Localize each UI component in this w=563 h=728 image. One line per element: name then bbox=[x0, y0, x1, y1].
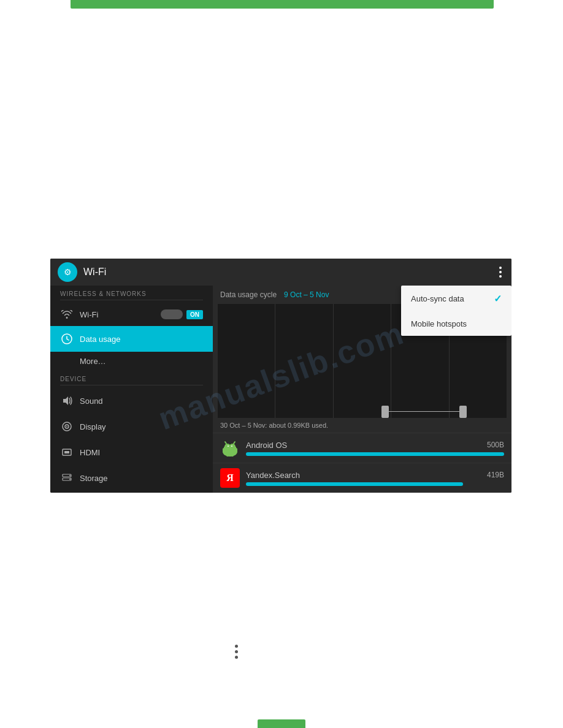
svg-rect-24 bbox=[235, 448, 237, 453]
yandex-search-bar bbox=[246, 482, 463, 486]
data-cycle-label: Data usage cycle bbox=[220, 290, 277, 299]
svg-rect-26 bbox=[231, 452, 234, 457]
top-green-bar bbox=[71, 0, 494, 9]
page-title: Wi-Fi bbox=[83, 267, 497, 278]
svg-line-22 bbox=[234, 442, 235, 444]
yandex-search-info: Yandex.Search 419B bbox=[246, 471, 504, 486]
chart-col-1 bbox=[218, 304, 275, 418]
storage-label: Storage bbox=[80, 474, 108, 483]
hdmi-label: HDMI bbox=[80, 448, 100, 457]
main-panel: Auto-sync data ✓ Mobile hotspots Data us… bbox=[213, 286, 511, 493]
sidebar-item-storage[interactable]: Storage bbox=[50, 465, 213, 491]
bottom-green-bar bbox=[258, 719, 305, 728]
android-os-bar bbox=[246, 452, 504, 456]
device-section-header: DEVICE bbox=[50, 371, 213, 385]
wifi-icon bbox=[60, 308, 74, 321]
dropdown-menu: Auto-sync data ✓ Mobile hotspots bbox=[401, 286, 511, 336]
svg-rect-23 bbox=[223, 448, 225, 453]
sound-icon bbox=[60, 394, 74, 408]
wifi-label: Wi-Fi bbox=[80, 310, 161, 319]
data-usage-label: Data usage bbox=[80, 335, 121, 344]
chart-col-2 bbox=[275, 304, 333, 418]
svg-point-4 bbox=[66, 426, 67, 427]
data-usage-icon bbox=[60, 332, 74, 346]
storage-icon bbox=[60, 471, 74, 485]
content-area: WIRELESS & NETWORKS Wi-Fi ON bbox=[50, 286, 511, 493]
yandex-search-name: Yandex.Search bbox=[246, 471, 300, 480]
hdmi-icon bbox=[60, 446, 74, 459]
standalone-more-options[interactable] bbox=[235, 645, 238, 659]
sidebar-item-hdmi[interactable]: HDMI bbox=[50, 439, 213, 465]
svg-point-10 bbox=[69, 479, 71, 480]
app-row-android[interactable]: Android OS 500B bbox=[213, 433, 511, 463]
settings-icon: ⚙ bbox=[58, 262, 77, 282]
chart-slider-line bbox=[385, 411, 463, 412]
svg-line-21 bbox=[225, 442, 226, 444]
app-row-yandex[interactable]: Я Yandex.Search 419B bbox=[213, 463, 511, 493]
wireless-section-header: WIRELESS & NETWORKS bbox=[50, 286, 213, 300]
mobile-hotspots-label: Mobile hotspots bbox=[411, 319, 467, 328]
svg-point-20 bbox=[231, 446, 232, 447]
dropdown-auto-sync[interactable]: Auto-sync data ✓ bbox=[401, 286, 511, 312]
android-os-size: 500B bbox=[487, 441, 504, 449]
device-divider bbox=[60, 385, 203, 385]
sound-label: Sound bbox=[80, 396, 103, 406]
data-cycle-dates: 9 Oct – 5 Nov bbox=[284, 290, 329, 299]
chart-slider-right[interactable] bbox=[459, 406, 467, 418]
app-list: Android OS 500B Я Yandex.Search 419 bbox=[213, 433, 511, 493]
auto-sync-checkmark: ✓ bbox=[494, 293, 502, 305]
display-label: Display bbox=[80, 422, 106, 431]
sidebar-item-sound[interactable]: Sound bbox=[50, 388, 213, 414]
wireless-divider bbox=[60, 300, 203, 300]
chart-col-3 bbox=[334, 304, 391, 418]
sidebar-item-more[interactable]: More… bbox=[50, 352, 213, 371]
android-os-icon bbox=[220, 438, 240, 458]
sidebar-item-data-usage[interactable]: Data usage bbox=[50, 326, 213, 352]
wifi-toggle-on[interactable]: ON bbox=[186, 310, 203, 319]
svg-rect-25 bbox=[226, 452, 229, 457]
title-bar-more-button[interactable] bbox=[497, 264, 504, 280]
settings-window: ⚙ Wi-Fi WIRELESS & NETWORKS bbox=[50, 259, 511, 493]
usage-info-text: 30 Oct – 5 Nov: about 0.99KB used. bbox=[213, 418, 511, 433]
svg-point-18 bbox=[229, 444, 236, 450]
sidebar-item-battery[interactable]: Battery bbox=[50, 491, 213, 493]
android-os-name: Android OS bbox=[246, 441, 287, 450]
yandex-search-size: 419B bbox=[487, 471, 504, 479]
dropdown-mobile-hotspots[interactable]: Mobile hotspots bbox=[401, 312, 511, 336]
android-os-info: Android OS 500B bbox=[246, 441, 504, 456]
sidebar-item-wifi[interactable]: Wi-Fi ON bbox=[50, 303, 213, 326]
svg-rect-6 bbox=[64, 451, 69, 453]
sidebar-item-display[interactable]: Display bbox=[50, 414, 213, 439]
auto-sync-label: Auto-sync data bbox=[411, 294, 464, 303]
svg-point-19 bbox=[228, 446, 229, 447]
svg-marker-1 bbox=[63, 396, 68, 405]
svg-point-9 bbox=[69, 475, 71, 476]
chart-slider-left[interactable] bbox=[381, 406, 389, 418]
sidebar: WIRELESS & NETWORKS Wi-Fi ON bbox=[50, 286, 213, 493]
display-icon bbox=[60, 420, 74, 433]
wifi-switch[interactable] bbox=[161, 309, 183, 319]
yandex-search-icon: Я bbox=[220, 468, 240, 488]
title-bar: ⚙ Wi-Fi bbox=[50, 259, 511, 286]
